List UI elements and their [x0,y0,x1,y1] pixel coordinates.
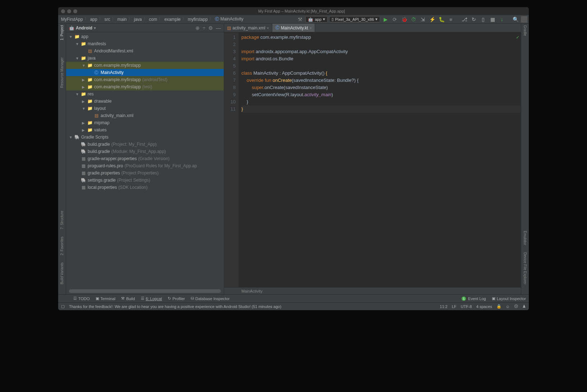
update-icon[interactable]: ↻ [470,15,478,23]
tree-item[interactable]: ▶ 📁 com.example.myfirstapp (androidTest) [66,76,224,83]
close-icon[interactable]: × [310,26,312,30]
status-indent[interactable]: 4 spaces [476,304,492,309]
tree-item[interactable]: ▼ 📁 manifests [66,40,224,47]
tree-item[interactable]: ▦ gradle-wrapper.properties (Gradle Vers… [66,155,224,162]
editor-tab[interactable]: Ⓒ MainActivity.kt × [272,24,315,32]
rail-device-explorer[interactable]: Device File Explorer [523,252,527,284]
debug-icon[interactable]: 🐞 [400,15,408,23]
apply-changes-icon[interactable]: ⟳ [391,15,399,23]
tree-item[interactable]: 🐘 build.gradle (Module: My_First_App.app… [66,148,224,155]
code-content[interactable]: package com.example.myfirstapp import an… [239,32,521,287]
search-icon[interactable]: 🔍 [512,15,519,23]
breadcrumb-item[interactable]: example [163,17,182,22]
breadcrumb-item[interactable]: com [148,17,159,22]
tree-item[interactable]: ▼ 📁 layout [66,105,224,112]
rail-emulator[interactable]: Emulator [523,231,527,245]
rail-favorites[interactable]: 2: Favorites [60,237,64,255]
bug-icon[interactable]: 🐛 [438,15,445,23]
hammer-icon[interactable]: ⚒ [296,15,304,23]
tree-arrow-icon[interactable]: ▼ [69,135,74,139]
bt-build[interactable]: ⚒Build [121,296,135,301]
face-sad-icon[interactable]: ☹ [514,304,518,309]
tree-item[interactable]: ▦ local.properties (SDK Location) [66,184,224,191]
avd-icon[interactable]: ▯ [479,15,487,23]
tree-item[interactable]: ▼ 📁 java [66,55,224,62]
close-dot[interactable] [61,9,65,13]
device-select[interactable]: ▯ Pixel_3a_API_30_x86 ▾ [329,16,380,22]
bt-event-log[interactable]: 1Event Log [462,297,486,301]
breadcrumb-item[interactable]: myfirstapp [186,17,209,22]
sdk-icon[interactable]: ▦ [489,15,496,23]
tree-item[interactable]: ▦ gradle.properties (Project Properties) [66,169,224,177]
tree-item[interactable]: ▶ 📁 values [66,126,224,134]
divide-icon[interactable]: ÷ [203,25,205,31]
tree-item[interactable]: ▶ 📁 com.example.myfirstapp (test) [66,83,224,90]
attach-icon[interactable]: ⇲ [419,15,427,23]
status-encoding[interactable]: UTF-8 [461,304,472,309]
bt-profiler[interactable]: ↻Profiler [168,296,185,301]
tree-item[interactable]: ▼ 🐘 Gradle Scripts [66,134,224,141]
tree-arrow-icon[interactable]: ▼ [75,92,80,96]
bt-layout-inspector[interactable]: ▣Layout Inspector [492,296,526,301]
stop-icon[interactable]: ■ [447,15,455,23]
target-icon[interactable]: ⊕ [195,25,200,31]
tree-item[interactable]: ▼ 📁 res [66,90,224,98]
editor-body[interactable]: 1234567891011 package com.example.myfirs… [224,32,521,287]
tree-item[interactable]: ▤ activity_main.xml [66,112,224,119]
tree-arrow-icon[interactable]: ▼ [75,42,80,46]
project-tree[interactable]: ▼ 📁 app▼ 📁 manifests ▤ AndroidManifest.x… [66,32,224,289]
rail-build-variants[interactable]: Build Variants [60,262,64,284]
breadcrumb-item[interactable]: MyFirstApp [60,17,84,22]
coverage-icon[interactable]: ⚡ [428,15,436,23]
editor-tab[interactable]: ▤ activity_main.xml × [224,24,272,32]
tree-arrow-icon[interactable]: ▶ [82,121,87,125]
bt-database[interactable]: ⛁Database Inspector [191,296,230,301]
breadcrumb-item[interactable]: java [133,17,143,22]
tree-arrow-icon[interactable]: ▼ [75,56,80,60]
tree-item[interactable]: 🐘 settings.gradle (Project Settings) [66,177,224,184]
tree-item[interactable]: Ⓒ MainActivity [66,69,224,76]
breadcrumb-item[interactable]: app [89,17,99,22]
face-happy-icon[interactable]: ☺ [506,304,510,309]
tree-arrow-icon[interactable]: ▼ [82,64,87,67]
tree-arrow-icon[interactable]: ▶ [82,85,87,89]
chevron-down-icon[interactable]: ▾ [94,25,96,31]
rail-resource-manager[interactable]: Resource Manager [60,57,64,88]
bt-logcat[interactable]: ☰6: Logcat [141,296,162,301]
status-line-ending[interactable]: LF [452,304,457,309]
rail-structure[interactable]: 7: Structure [60,211,64,229]
tree-item[interactable]: ▦ proguard-rules.pro (ProGuard Rules for… [66,162,224,169]
breadcrumb-item[interactable]: Ⓒ MainActivity [213,16,245,22]
bt-terminal[interactable]: ▣Terminal [96,296,116,301]
minimize-icon[interactable]: — [216,25,221,31]
editor-breadcrumb[interactable]: MainActivity [241,289,263,293]
status-position[interactable]: 11:2 [440,304,447,309]
rail-gradle[interactable]: Gradle [523,25,527,36]
tree-arrow-icon[interactable]: ▼ [69,35,74,39]
tree-arrow-icon[interactable]: ▶ [82,128,87,132]
profiler-icon[interactable]: ⏱ [410,15,417,23]
tree-item[interactable]: ▶ 📁 drawable [66,98,224,105]
run-config-select[interactable]: 🤖 app ▾ [305,16,327,23]
tree-item[interactable]: ▤ AndroidManifest.xml [66,47,224,55]
lock-icon[interactable]: 🔒 [496,304,502,309]
run-icon[interactable]: ▶ [382,15,389,23]
bt-todo[interactable]: ☲TODO [73,296,90,301]
tree-item[interactable]: ▼ 📁 com.example.myfirstapp [66,62,224,69]
rail-project[interactable]: 1: Project [60,25,64,40]
tree-arrow-icon[interactable]: ▼ [82,107,87,111]
status-square-icon[interactable]: ▢ [61,304,65,309]
memory-icon[interactable]: ♟ [522,304,526,309]
breadcrumb-item[interactable]: src [103,17,112,22]
sync-icon[interactable]: ↓ [498,15,506,23]
maximize-dot[interactable] [73,9,77,13]
breadcrumb-item[interactable]: main [116,17,128,22]
tree-item[interactable]: ▼ 📁 app [66,33,224,40]
horizontal-scrollbar[interactable] [69,289,221,293]
tree-item[interactable]: ▶ 📁 mipmap [66,119,224,126]
git-icon[interactable]: ⎇ [461,15,468,23]
tree-arrow-icon[interactable]: ▶ [82,78,87,82]
tree-arrow-icon[interactable]: ▶ [82,99,87,103]
user-icon[interactable] [521,16,527,23]
tree-item[interactable]: 🐘 build.gradle (Project: My_First_App) [66,141,224,148]
